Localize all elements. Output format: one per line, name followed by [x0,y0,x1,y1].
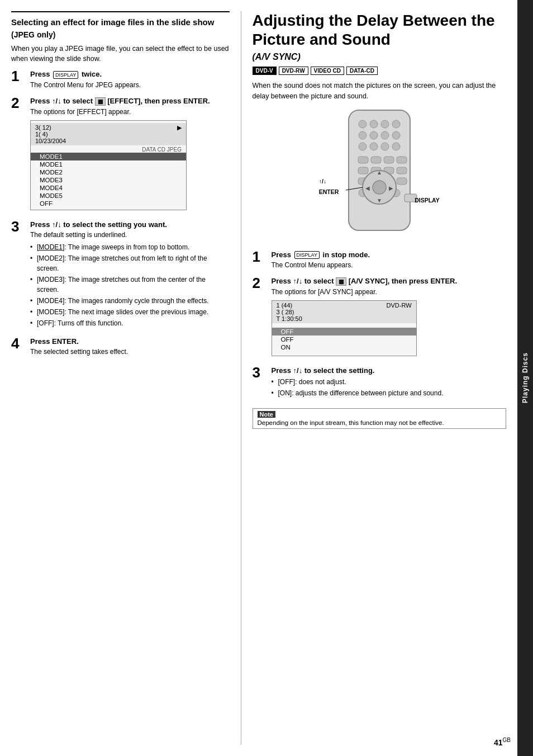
menu-header-info: 3( 12) 1( 4) 10/23/2004 [35,124,66,144]
left-step-3: 3 Press ↑/↓ to select the setting you wa… [11,220,230,333]
note-box: Note Depending on the input stream, this… [253,408,506,429]
svg-point-12 [392,143,400,150]
mode-mode5: MODE5 [31,192,186,200]
right-step-2: 2 Press ↑/↓ to select ▩ [A/V SYNC], then… [253,277,506,362]
mode-mode2: MODE2 [31,168,186,176]
step-3-content: Press ↑/↓ to select the setting you want… [30,220,230,333]
right-step-3: 3 Press ↑/↓ to select the setting. [OFF]… [253,366,506,403]
mode-mode4: MODE4 [31,184,186,192]
svg-point-30 [373,181,386,194]
effect-icon: ▩ [95,97,106,106]
av-sync-subtitle: (A/V SYNC) [253,52,506,62]
right-step-2-content: Press ↑/↓ to select ▩ [A/V SYNC], then p… [272,277,506,362]
left-section-subtitle: (JPEG only) [11,30,230,39]
note-label: Note [258,411,275,418]
step-1-title: Press DISPLAY twice. [30,70,230,79]
step-4-num: 4 [11,336,27,351]
svg-text:▲: ▲ [377,169,382,176]
bullet-on-r: [ON]: adjusts the difference between pic… [272,388,506,398]
left-column: Selecting an effect for image files in t… [11,11,241,745]
step-2-num: 2 [11,96,27,110]
svg-rect-16 [397,157,407,163]
right-step-1: 1 Press DISPLAY in stop mode. The Contro… [253,251,506,273]
sidebar-label: Playing Discs [521,352,529,403]
effect-modes: MODE1 MODE1 MODE2 MODE3 MODE4 MODE5 OFF [31,153,186,207]
right-step-1-content: Press DISPLAY in stop mode. The Control … [272,251,506,273]
right-step-3-content: Press ↑/↓ to select the setting. [OFF]: … [272,366,506,403]
svg-rect-14 [371,157,381,163]
svg-rect-17 [358,167,368,174]
left-body: When you play a JPEG image file, you can… [11,44,230,65]
right-step-2-title: Press ↑/↓ to select ▩ [A/V SYNC], then p… [272,277,506,286]
main-content: Selecting an effect for image files in t… [0,0,517,756]
svg-point-11 [381,143,389,150]
left-step-4: 4 Press ENTER. The selected setting take… [11,337,230,359]
badge-videocd: VIDEO CD [311,67,344,75]
step-1-content: Press DISPLAY twice. The Control Menu fo… [30,70,230,92]
step-2-title: Press ↑/↓ to select ▩ [EFFECT], then pre… [30,97,230,106]
svg-point-10 [370,143,378,150]
svg-rect-15 [384,157,394,163]
updown-label: ↑/↓ [319,178,326,185]
svg-point-5 [359,131,367,139]
mode-mode1: MODE1 [31,160,186,168]
step-2-content: Press ↑/↓ to select ▩ [EFFECT], then pre… [30,97,230,216]
step-2-body: The options for [EFFECT] appear. [30,107,230,117]
effect-menu-header: 3( 12) 1( 4) 10/23/2004 ▶ [31,123,186,145]
menu-disc-label: DATA CD JPEG [31,147,186,153]
left-section-title: Selecting an effect for image files in t… [11,17,230,28]
step-4-body: The selected setting takes effect. [30,347,230,357]
right-title: Adjusting the Delay Between the Picture … [253,11,506,49]
bullet-mode2: [MODE2]: The image stretches out from le… [30,253,230,273]
svg-point-1 [359,120,367,128]
step-1-body: The Control Menu for JPEG appears. [30,80,230,90]
display-icon-s1: DISPLAY [53,71,78,79]
avsync-spacer-2 [272,351,416,356]
display-icon-r1: DISPLAY [294,251,320,259]
right-step-3-title: Press ↑/↓ to select the setting. [272,366,506,375]
bullet-mode1: [MODE1]: The image sweeps in from top to… [30,242,230,252]
effect-menu-box: 3( 12) 1( 4) 10/23/2004 ▶ DATA CD JPEG M… [30,120,187,210]
right-step-1-title: Press DISPLAY in stop mode. [272,251,506,259]
bullet-mode4: [MODE4]: The images randomly cycle throu… [30,296,230,306]
step-3-title: Press ↑/↓ to select the setting you want… [30,220,230,229]
step-3-default: The default setting is underlined. [30,230,230,240]
badge-dvdv: DVD-V [253,67,277,75]
left-step-2: 2 Press ↑/↓ to select ▩ [EFFECT], then p… [11,97,230,216]
disc-badges: DVD-V DVD-RW VIDEO CD DATA-CD [253,67,506,75]
bullet-mode5: [MODE5]: The next image slides over the … [30,307,230,317]
avsync-icon: ▩ [336,277,346,286]
step-3-bullets: [MODE1]: The image sweeps in from top to… [30,242,230,328]
right-step-2-body: The options for [A/V SYNC] appear. [272,287,506,297]
svg-rect-20 [397,167,407,174]
note-text: Depending on the input stream, this func… [258,419,501,426]
step-1-num: 1 [11,69,27,83]
mode-mode3: MODE3 [31,176,186,184]
svg-rect-24 [397,178,407,185]
avsync-on: ON [272,343,416,351]
step-3-num: 3 [11,219,27,234]
left-section-header: Selecting an effect for image files in t… [11,11,230,39]
bullet-mode3: [MODE3]: The image stretches out from th… [30,275,230,295]
remote-illustration: ▲ ▼ ◀ ▶ ↑/↓ ENTER D [253,107,506,242]
bullet-off: [OFF]: Turns off this function. [30,318,230,328]
svg-text:◀: ◀ [365,185,370,191]
avsync-off-1: OFF [272,328,416,336]
avsync-spacer [272,323,416,328]
avsync-menu-box: 1 (44) 3 ( 28) T 1:30:50 DVD-RW OFF OFF … [272,300,417,356]
display-label: DISPLAY [415,197,440,204]
right-step-3-num: 3 [253,365,268,380]
mode-label: MODE1 [31,153,186,160]
svg-point-8 [392,131,400,139]
avsync-menu-header: 1 (44) 3 ( 28) T 1:30:50 DVD-RW [272,301,416,323]
avsync-off-2: OFF [272,336,416,343]
right-body: When the sound does not match the pictur… [253,81,506,102]
right-step-1-num: 1 [253,249,268,264]
left-step-1: 1 Press DISPLAY twice. The Control Menu … [11,70,230,92]
svg-point-3 [381,120,389,128]
step-4-title: Press ENTER. [30,337,230,346]
svg-point-6 [370,131,378,139]
menu-header-right: ▶ [177,124,182,144]
svg-text:▼: ▼ [377,197,382,204]
svg-point-9 [359,143,367,150]
